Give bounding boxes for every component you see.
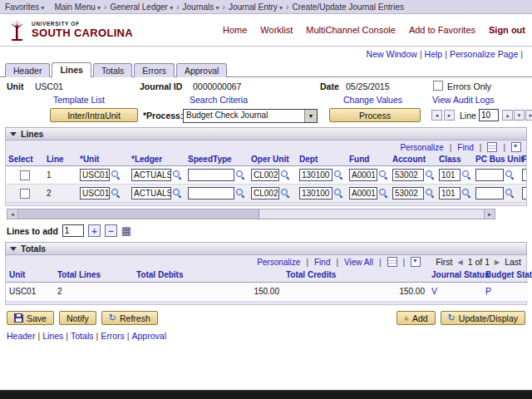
dept-lookup-icon[interactable] — [334, 170, 343, 180]
pagination-first-label[interactable]: First — [436, 257, 452, 267]
project-field[interactable] — [522, 169, 526, 181]
unit-lookup-icon[interactable] — [111, 170, 121, 180]
class-lookup-icon[interactable] — [462, 170, 471, 180]
speedtype-field[interactable] — [188, 187, 234, 200]
worklist-link[interactable]: Worklist — [260, 25, 293, 35]
line-nav-up-icon[interactable]: ▴ — [502, 110, 513, 121]
pc-bus-unit-field[interactable] — [475, 169, 504, 181]
sign-out-link[interactable]: Sign out — [489, 25, 525, 35]
class-field[interactable]: 101 — [439, 187, 461, 200]
speedtype-lookup-icon[interactable] — [236, 170, 245, 180]
download-icon[interactable] — [511, 142, 521, 152]
row-select-checkbox[interactable] — [20, 189, 30, 199]
unit-field[interactable]: USC01 — [80, 169, 110, 181]
tab-errors[interactable]: Errors — [134, 63, 175, 77]
collapse-triangle-icon[interactable] — [10, 247, 17, 251]
update-display-button[interactable]: ↻ Update/Display — [441, 311, 525, 325]
ledger-field[interactable]: ACTUALS — [131, 187, 171, 200]
account-lookup-icon[interactable] — [426, 189, 435, 198]
new-window-link[interactable]: New Window — [367, 49, 417, 59]
tab-totals[interactable]: Totals — [93, 63, 132, 77]
personalize-page-link[interactable]: Personalize Page — [450, 49, 518, 59]
scroll-right-arrow-icon[interactable]: ▸ — [484, 209, 495, 219]
tab-lines[interactable]: Lines — [52, 62, 91, 77]
inter-intraunit-button[interactable]: Inter/IntraUnit — [50, 108, 138, 122]
page-prev-arrow-icon[interactable]: ◀ — [458, 259, 463, 266]
zoom-grid-icon[interactable] — [487, 142, 497, 152]
delete-line-minus-icon[interactable]: − — [105, 224, 117, 237]
totals-section-header[interactable]: Totals — [5, 242, 527, 255]
footer-approval-link[interactable]: Approval — [132, 331, 166, 341]
search-criteria-link[interactable]: Search Criteria — [190, 95, 248, 105]
help-link[interactable]: Help — [425, 49, 443, 59]
budget-status-link[interactable]: P — [485, 286, 491, 296]
footer-totals-link[interactable]: Totals — [71, 331, 93, 341]
scroll-left-arrow-icon[interactable]: ◂ — [7, 209, 18, 219]
add-to-favorites-link[interactable]: Add to Favorites — [409, 25, 475, 35]
download-icon[interactable] — [411, 257, 421, 267]
lines-personalize-link[interactable]: Personalize — [400, 143, 443, 152]
totals-find-link[interactable]: Find — [314, 258, 330, 267]
lines-horizontal-scrollbar[interactable]: ◂ ▸ — [7, 209, 495, 219]
totals-personalize-link[interactable]: Personalize — [257, 258, 300, 267]
home-link[interactable]: Home — [223, 25, 247, 35]
view-audit-logs-link[interactable]: View Audit Logs — [432, 95, 495, 105]
account-lookup-icon[interactable] — [426, 170, 435, 180]
ledger-field[interactable]: ACTUALS — [131, 169, 171, 181]
collapse-triangle-icon[interactable] — [10, 132, 17, 136]
journal-grid-icon[interactable]: ▦ — [121, 225, 131, 236]
dropdown-arrow-icon[interactable]: ▼ — [304, 110, 317, 122]
errors-only-checkbox[interactable] — [433, 81, 443, 91]
scrollbar-thumb[interactable] — [18, 209, 259, 219]
zoom-grid-icon[interactable] — [387, 257, 397, 267]
dept-field[interactable]: 130100 — [299, 187, 332, 200]
totals-view-all-link[interactable]: View All — [344, 258, 373, 267]
fund-lookup-icon[interactable] — [379, 170, 388, 180]
pagination-last-label[interactable]: Last — [505, 257, 521, 267]
ledger-lookup-icon[interactable] — [173, 189, 182, 198]
footer-errors-link[interactable]: Errors — [101, 331, 125, 341]
unit-lookup-icon[interactable] — [111, 189, 121, 198]
line-nav-prev-icon[interactable]: ▸ — [444, 110, 455, 121]
add-line-plus-icon[interactable]: + — [88, 224, 101, 237]
unit-field[interactable]: USC01 — [80, 187, 110, 200]
process-dropdown[interactable]: Budget Check Journal ▼ — [183, 109, 318, 123]
account-field[interactable]: 53002 — [392, 169, 424, 181]
lines-section-header[interactable]: Lines — [5, 127, 527, 140]
breadcrumb-main-menu[interactable]: Main Menu — [54, 2, 101, 12]
fund-field[interactable]: A0001 — [349, 187, 377, 200]
breadcrumb-journals[interactable]: Journals — [183, 2, 219, 12]
project-field[interactable] — [522, 187, 526, 200]
dept-field[interactable]: 130100 — [299, 169, 332, 181]
fund-field[interactable]: A0001 — [349, 169, 377, 181]
lines-find-link[interactable]: Find — [457, 143, 473, 152]
oper-unit-field[interactable]: CL002 — [251, 169, 279, 181]
footer-header-link[interactable]: Header — [7, 331, 35, 341]
save-button[interactable]: Save — [7, 311, 54, 325]
multichannel-console-link[interactable]: MultiChannel Console — [306, 25, 396, 35]
breadcrumb-general-ledger[interactable]: General Ledger — [110, 2, 173, 12]
pc-bus-unit-lookup-icon[interactable] — [505, 189, 515, 198]
oper-unit-field[interactable]: CL002 — [251, 187, 279, 200]
template-list-link[interactable]: Template List — [53, 95, 105, 105]
row-select-checkbox[interactable] — [20, 170, 30, 180]
fund-lookup-icon[interactable] — [379, 189, 388, 198]
line-nav-first-icon[interactable]: ◂ — [431, 110, 442, 121]
refresh-button[interactable]: ↻ Refresh — [101, 311, 158, 325]
ledger-lookup-icon[interactable] — [173, 170, 182, 180]
tab-header[interactable]: Header — [5, 63, 50, 77]
pc-bus-unit-lookup-icon[interactable] — [505, 170, 515, 180]
line-input[interactable] — [479, 109, 499, 121]
notify-button[interactable]: Notify — [59, 311, 96, 325]
page-next-arrow-icon[interactable]: ▶ — [495, 259, 500, 266]
dept-lookup-icon[interactable] — [334, 189, 343, 198]
process-button[interactable]: Process — [329, 108, 421, 122]
add-button[interactable]: + Add — [397, 311, 436, 325]
change-values-link[interactable]: Change Values — [343, 95, 402, 105]
favorites-menu[interactable]: Favorites — [5, 2, 44, 12]
lines-to-add-input[interactable] — [62, 224, 84, 237]
class-lookup-icon[interactable] — [462, 189, 471, 198]
account-field[interactable]: 53002 — [392, 187, 424, 200]
pc-bus-unit-field[interactable] — [475, 187, 504, 200]
scrollbar-track[interactable] — [259, 209, 484, 219]
